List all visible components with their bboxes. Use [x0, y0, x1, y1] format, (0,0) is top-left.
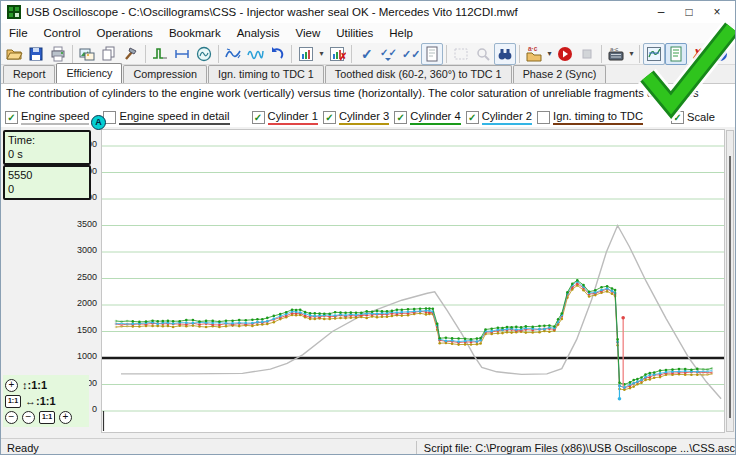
keyboard-macro-button-dropdown[interactable]: ▾ [627, 49, 636, 58]
svg-text:✓✓: ✓✓ [402, 48, 419, 60]
tab-compression[interactable]: Compression [123, 65, 207, 83]
plot-area[interactable] [101, 129, 725, 433]
tab-phase-2-sync-[interactable]: Phase 2 (Sync) [513, 65, 607, 83]
accept-button[interactable]: ✓ [355, 43, 377, 65]
binoculars-icon [496, 45, 514, 63]
scrollbar-thumb[interactable] [729, 156, 731, 418]
menu-bookmark[interactable]: Bookmark [161, 27, 229, 39]
printer-icon [49, 45, 67, 63]
keyboard-macro-button[interactable]: a-c [605, 43, 627, 65]
script-view-button[interactable] [665, 43, 687, 65]
legend-item-cylinder-2[interactable]: ✓Cylinder 2 [466, 110, 532, 125]
waveform-button[interactable] [244, 43, 266, 65]
save-file-button[interactable] [25, 43, 47, 65]
legend-item-engine-speed[interactable]: ✓Engine speed [5, 110, 89, 125]
zoom-out-horizontal-button[interactable]: − [22, 411, 35, 424]
open-file-button[interactable] [3, 43, 25, 65]
window-title: USB Oscilloscope - C:\Oscillograms\CSS -… [26, 6, 647, 18]
menu-view[interactable]: View [287, 27, 328, 39]
keyboard-icon: a-c [607, 45, 625, 63]
checkbox-engine-speed[interactable]: ✓ [5, 111, 18, 124]
menu-help[interactable]: Help [381, 27, 421, 39]
report-page-button[interactable] [421, 43, 443, 65]
accept-all-below-button[interactable]: ✓✓ [377, 43, 399, 65]
wave-fit-icon [224, 45, 242, 63]
image-icon [78, 45, 96, 63]
svg-text:✓✓: ✓✓ [380, 47, 397, 58]
accept-all-button[interactable]: ✓✓ [399, 43, 421, 65]
gauge-button[interactable] [193, 43, 215, 65]
toolbar-separator [145, 45, 146, 63]
toolbar: ▾✗✓✓✓✓✓a·c▾a-c▾✗? [1, 43, 735, 65]
chart-view-button[interactable] [643, 43, 665, 65]
menu-utilities[interactable]: Utilities [328, 27, 381, 39]
maximize-button[interactable]: □ [675, 2, 703, 22]
toolbar-separator [218, 45, 219, 63]
checkbox-ign-timing[interactable] [537, 111, 550, 124]
zoom-out-vertical-button[interactable]: − [5, 411, 18, 424]
legend-label-scale: Scale [687, 111, 715, 124]
tab-toothed-disk-60-2-360-to-tdc-1[interactable]: Toothed disk (60-2, 360°) to TDC 1 [325, 65, 512, 83]
zoom-in-vertical-button[interactable]: + [5, 379, 18, 392]
measure-button[interactable] [171, 43, 193, 65]
legend-item-scale[interactable]: ✓Scale [671, 111, 715, 124]
chart-delete-button[interactable]: ✗ [326, 43, 348, 65]
checkbox-scale[interactable]: ✓ [671, 111, 684, 124]
vertical-scrollbar[interactable] [726, 130, 734, 432]
toolbar-separator [446, 45, 447, 63]
checkbox-cylinder-1[interactable]: ✓ [252, 111, 265, 124]
tools-button[interactable] [120, 43, 142, 65]
legend-item-ign-timing[interactable]: Ign. timing to TDC [537, 110, 643, 125]
measure-icon [173, 45, 191, 63]
legend-label-engine-speed: Engine speed [21, 110, 89, 125]
legend-item-cylinder-4[interactable]: ✓Cylinder 4 [394, 110, 460, 125]
open-script-button[interactable]: a·c [523, 43, 545, 65]
legend-label-cylinder-4: Cylinder 4 [410, 110, 460, 125]
menu-file[interactable]: File [1, 27, 36, 39]
pulse-icon [151, 45, 169, 63]
export-image-button[interactable] [76, 43, 98, 65]
svg-text:a-c: a-c [610, 46, 618, 52]
y-tick-label: 3500 [65, 219, 97, 229]
fit-waveform-button[interactable] [222, 43, 244, 65]
chart-menu-button-dropdown[interactable]: ▾ [317, 49, 326, 58]
menu-control[interactable]: Control [36, 27, 89, 39]
delete-button[interactable]: ✗ [687, 43, 709, 65]
zoom-row: 1:1↔:1:1 [5, 393, 89, 409]
menu-operations[interactable]: Operations [89, 27, 161, 39]
report-page-icon [423, 45, 441, 63]
open-script-button-dropdown[interactable]: ▾ [545, 49, 554, 58]
chart-delete-icon: ✗ [328, 45, 346, 63]
tab-efficiency[interactable]: Efficiency [56, 63, 122, 83]
legend-item-engine-speed-detail[interactable]: Engine speed in detail [103, 110, 229, 125]
copy-button[interactable] [98, 43, 120, 65]
plot-svg [102, 130, 724, 432]
legend-item-cylinder-3[interactable]: ✓Cylinder 3 [323, 110, 389, 125]
toolbar-separator [72, 45, 73, 63]
vertical-1-1-button[interactable]: 1:1 [5, 395, 21, 408]
legend-item-cylinder-1[interactable]: ✓Cylinder 1 [252, 110, 318, 125]
tab-report[interactable]: Report [3, 65, 55, 83]
chart-menu-button[interactable] [295, 43, 317, 65]
pulse-probe-button[interactable] [149, 43, 171, 65]
marker-a-badge: A [91, 115, 106, 130]
close-button[interactable]: × [703, 2, 731, 22]
checkbox-cylinder-3[interactable]: ✓ [323, 111, 336, 124]
status-text: Ready [1, 442, 416, 454]
undo-button[interactable] [266, 43, 288, 65]
checkbox-cylinder-2[interactable]: ✓ [466, 111, 479, 124]
tab-ign-timing-to-tdc-1[interactable]: Ign. timing to TDC 1 [208, 65, 324, 83]
legend-label-engine-speed-detail: Engine speed in detail [119, 110, 229, 125]
horizontal-1-1-button[interactable]: 1:1 [39, 411, 55, 424]
print-button[interactable] [47, 43, 69, 65]
copy-icon [100, 45, 118, 63]
help-button[interactable]: ? [709, 43, 731, 65]
find-button[interactable] [494, 43, 516, 65]
run-script-button[interactable] [554, 43, 576, 65]
legend-label-cylinder-3: Cylinder 3 [339, 110, 389, 125]
zoom-in-horizontal-button[interactable]: + [59, 411, 72, 424]
minimize-button[interactable]: – [647, 2, 675, 22]
svg-text:a·c: a·c [528, 45, 538, 52]
checkbox-cylinder-4[interactable]: ✓ [394, 111, 407, 124]
menu-analysis[interactable]: Analysis [229, 27, 288, 39]
